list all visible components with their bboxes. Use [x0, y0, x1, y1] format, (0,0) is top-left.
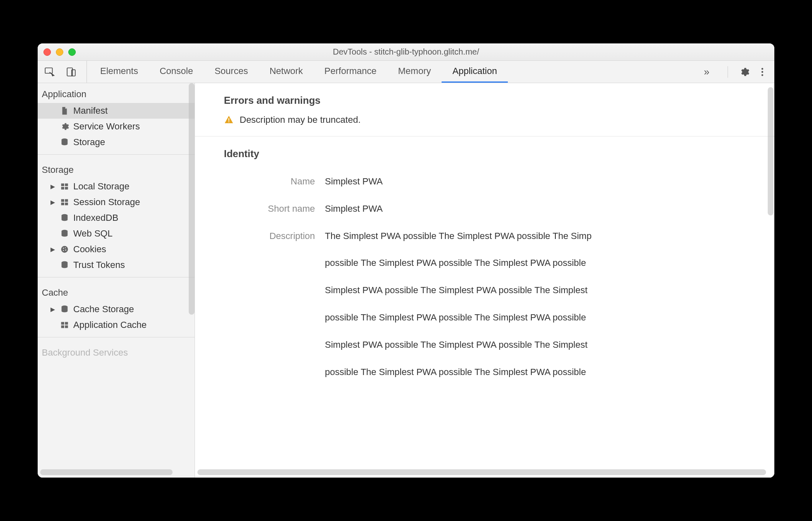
sidebar-group-background-services: Background Services	[38, 342, 195, 361]
identity-description-value: The Simplest PWA possible The Simplest P…	[325, 227, 774, 391]
panel-tabs: ElementsConsoleSourcesNetworkPerformance…	[89, 61, 697, 83]
zoom-window-button[interactable]	[68, 48, 76, 56]
settings-button[interactable]	[736, 67, 752, 77]
more-vertical-icon	[757, 67, 768, 77]
sidebar-item-label: Application Cache	[73, 320, 147, 330]
tab-sources[interactable]: Sources	[204, 61, 259, 83]
tab-performance[interactable]: Performance	[314, 61, 387, 83]
db-icon	[60, 305, 69, 314]
description-line: Simplest PWA possible The Simplest PWA p…	[325, 336, 770, 354]
svg-rect-26	[61, 325, 64, 328]
svg-rect-11	[61, 199, 64, 202]
tab-memory[interactable]: Memory	[387, 61, 442, 83]
identity-section: Identity Name Simplest PWA Short name Si…	[195, 136, 774, 395]
sidebar-item-label: Cookies	[73, 244, 106, 255]
sidebar-item-session-storage[interactable]: ▸Session Storage	[38, 194, 195, 210]
sidebar-separator	[38, 337, 195, 337]
chevron-double-right-icon: »	[704, 66, 709, 78]
description-line: possible The Simplest PWA possible The S…	[325, 254, 770, 272]
svg-rect-12	[65, 199, 68, 202]
sidebar-item-indexeddb[interactable]: ▸IndexedDB	[38, 210, 195, 226]
close-window-button[interactable]	[43, 48, 51, 56]
sidebar-item-service-workers[interactable]: ▸Service Workers	[38, 119, 195, 134]
svg-rect-28	[228, 118, 229, 121]
sidebar-item-trust-tokens[interactable]: ▸Trust Tokens	[38, 257, 195, 273]
sidebar-item-label: Trust Tokens	[73, 260, 125, 270]
content-pane: Errors and warnings Description may be t…	[195, 83, 774, 478]
sidebar-group-cache: Cache	[38, 282, 195, 301]
grid-icon	[60, 198, 69, 207]
grid-icon	[60, 182, 69, 191]
db-icon	[60, 138, 69, 147]
file-icon	[60, 106, 69, 115]
inspect-element-button[interactable]	[42, 67, 58, 77]
sidebar-item-application-cache[interactable]: ▸Application Cache	[38, 317, 195, 333]
svg-rect-10	[65, 187, 68, 189]
sidebar-item-label: Storage	[73, 137, 105, 148]
sidebar-item-cache-storage[interactable]: ▸Cache Storage	[38, 301, 195, 317]
sidebar-item-web-sql[interactable]: ▸Web SQL	[38, 226, 195, 241]
db-icon	[60, 213, 69, 222]
caret-right-icon: ▸	[49, 181, 56, 192]
svg-rect-25	[65, 322, 68, 325]
sidebar-item-label: Session Storage	[73, 197, 140, 208]
titlebar: DevTools - stitch-glib-typhoon.glitch.me…	[38, 43, 774, 61]
sidebar-item-cookies[interactable]: ▸Cookies	[38, 241, 195, 257]
svg-rect-0	[45, 68, 52, 73]
main-split: Application▸Manifest▸Service Workers▸Sto…	[38, 83, 774, 478]
identity-shortname-row: Short name Simplest PWA	[224, 195, 774, 222]
window-title: DevTools - stitch-glib-typhoon.glitch.me…	[38, 47, 774, 57]
sidebar-item-manifest[interactable]: ▸Manifest	[38, 103, 195, 119]
content-scrollbar-horizontal[interactable]	[197, 469, 766, 475]
gear-icon	[739, 67, 750, 77]
warning-row: Description may be truncated.	[224, 115, 774, 136]
device-toolbar-button[interactable]	[63, 67, 79, 77]
svg-rect-9	[61, 187, 64, 189]
svg-point-18	[63, 248, 64, 249]
grid-icon	[60, 320, 69, 330]
cookie-icon	[60, 245, 69, 254]
sidebar-item-label: IndexedDB	[73, 213, 118, 223]
svg-point-21	[63, 250, 64, 251]
content-scrollbar-vertical[interactable]	[768, 87, 774, 215]
svg-point-4	[762, 71, 763, 72]
svg-point-5	[762, 74, 763, 76]
tab-console[interactable]: Console	[149, 61, 204, 83]
svg-rect-24	[61, 322, 64, 325]
caret-right-icon: ▸	[49, 244, 56, 255]
sidebar-item-label: Service Workers	[73, 121, 140, 132]
caret-right-icon: ▸	[49, 197, 56, 208]
sidebar-separator	[38, 277, 195, 277]
svg-rect-8	[65, 184, 68, 186]
sidebar-separator	[38, 154, 195, 155]
identity-description-row: Description The Simplest PWA possible Th…	[224, 222, 774, 396]
identity-shortname-value: Simplest PWA	[325, 200, 774, 217]
tab-network[interactable]: Network	[259, 61, 314, 83]
description-line: The Simplest PWA possible The Simplest P…	[325, 227, 770, 245]
svg-point-17	[61, 246, 68, 253]
svg-rect-13	[61, 203, 64, 205]
db-icon	[60, 260, 69, 270]
svg-point-20	[65, 249, 66, 251]
sidebar-item-local-storage[interactable]: ▸Local Storage	[38, 179, 195, 194]
devtools-window: DevTools - stitch-glib-typhoon.glitch.me…	[38, 43, 774, 478]
svg-point-19	[65, 247, 66, 248]
sidebar-scrollbar-horizontal[interactable]	[40, 469, 173, 475]
svg-rect-14	[65, 203, 68, 205]
more-tabs-button[interactable]: »	[697, 61, 717, 83]
svg-rect-29	[228, 122, 229, 122]
kebab-menu-button[interactable]	[754, 67, 770, 77]
tab-elements[interactable]: Elements	[89, 61, 149, 83]
sidebar-scrollbar[interactable]	[189, 83, 195, 315]
errors-section: Errors and warnings Description may be t…	[195, 83, 774, 136]
identity-name-value: Simplest PWA	[325, 173, 774, 190]
window-controls	[43, 48, 76, 56]
identity-description-label: Description	[224, 227, 315, 245]
minimize-window-button[interactable]	[56, 48, 63, 56]
tab-application[interactable]: Application	[442, 61, 508, 83]
sidebar-group-application: Application	[38, 83, 195, 103]
svg-rect-2	[72, 69, 75, 76]
sidebar-item-label: Web SQL	[73, 228, 113, 239]
description-line: Simplest PWA possible The Simplest PWA p…	[325, 282, 770, 299]
sidebar-item-storage[interactable]: ▸Storage	[38, 134, 195, 150]
